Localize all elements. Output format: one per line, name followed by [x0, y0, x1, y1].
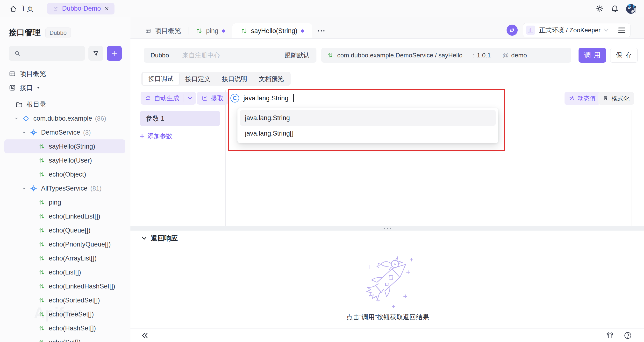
- invoke-button[interactable]: 调用: [578, 48, 606, 63]
- home-icon: [10, 5, 17, 12]
- doc-tab-1[interactable]: 接口定义: [180, 73, 216, 85]
- gear-icon[interactable]: [596, 4, 604, 13]
- tree-item-label: echo(TreeSet[]): [49, 311, 94, 318]
- tree-item-method[interactable]: ping: [4, 195, 125, 209]
- service-version: :1.0.1: [473, 52, 491, 59]
- help-icon[interactable]: [624, 331, 632, 340]
- dropdown-option[interactable]: java.lang.String: [240, 110, 496, 126]
- updown-arrows-icon: [39, 269, 45, 275]
- collapse-double-chevron-icon[interactable]: [141, 332, 149, 339]
- registry-mode-select[interactable]: 跟随默认: [284, 51, 310, 60]
- tree-item-method[interactable]: echo(HashSet[]): [4, 321, 125, 335]
- avatar[interactable]: [626, 3, 637, 14]
- sidebar-nav: 项目概览 接口: [0, 67, 130, 95]
- bell-icon[interactable]: [611, 4, 619, 13]
- env-label: 正式环境 / ZooKeeper: [539, 26, 600, 34]
- tree-item-method[interactable]: echo(Set[]): [4, 335, 125, 342]
- tree-item-package[interactable]: com.dubbo.example(86): [4, 111, 125, 125]
- overview-grid-icon: [145, 28, 151, 34]
- tree-item-method[interactable]: echo(SortedSet[]): [4, 293, 125, 307]
- tree-item-service[interactable]: AllTypesService(81): [4, 181, 125, 195]
- chevron-down-icon[interactable]: [22, 186, 26, 191]
- caret-down-icon[interactable]: [37, 87, 40, 89]
- external-link-icon: [52, 5, 59, 12]
- tree-item-service[interactable]: DemoService(3): [4, 125, 125, 139]
- pane-resize-handle[interactable]: [130, 226, 644, 231]
- tree-item-method[interactable]: echo(Object): [4, 168, 125, 181]
- overview-label: 项目概览: [20, 69, 46, 78]
- registry-input[interactable]: 来自注册中心: [182, 51, 284, 60]
- link-icon[interactable]: [274, 75, 282, 83]
- chevron-down-icon[interactable]: [14, 116, 19, 121]
- tab-ping[interactable]: ping: [188, 23, 232, 38]
- extract-button[interactable]: 提取: [197, 92, 228, 105]
- hamburger-menu-button[interactable]: [613, 27, 630, 33]
- doc-tab-0[interactable]: 接口调试: [142, 73, 180, 85]
- updown-arrows-icon: [39, 297, 45, 303]
- home-button[interactable]: 主页: [10, 4, 33, 13]
- add-param-label: 添加参数: [147, 132, 172, 140]
- project-tab[interactable]: Dubbo-Demo: [47, 3, 114, 14]
- search-input[interactable]: [9, 46, 85, 61]
- format-button[interactable]: 格式化: [598, 92, 634, 105]
- environment-selector[interactable]: 正 正式环境 / ZooKeeper: [523, 23, 630, 37]
- tree-item-method[interactable]: echo(TreeSet[]): [4, 307, 125, 321]
- chevron-down-icon[interactable]: [184, 97, 196, 100]
- filter-icon: [92, 50, 99, 57]
- tree-item-method[interactable]: echo(ArrayList[]): [4, 251, 125, 265]
- api-icon: [9, 84, 16, 91]
- sidebar-item-api[interactable]: 接口: [0, 81, 130, 95]
- tree-item-count: (81): [90, 185, 102, 192]
- tree-item-method[interactable]: echo(Queue[]): [4, 223, 125, 237]
- tree-item-label: 根目录: [26, 100, 46, 109]
- tree-item-method[interactable]: sayHello(User): [4, 153, 125, 168]
- sidebar-item-overview[interactable]: 项目概览: [0, 67, 130, 81]
- updown-arrows-icon: [39, 241, 45, 247]
- text-cursor: [293, 94, 294, 102]
- param-tab[interactable]: 参数 1: [140, 111, 220, 126]
- service-node-icon: [30, 129, 37, 136]
- save-button[interactable]: 保存: [610, 48, 638, 63]
- tree-item-method[interactable]: echo(List[]): [4, 265, 125, 279]
- format-label: 格式化: [612, 95, 630, 103]
- updown-arrows-icon: [240, 27, 247, 34]
- tree-item-count: (3): [83, 129, 91, 136]
- editor-scrollbar-gutter[interactable]: [631, 110, 632, 227]
- service-path-bar[interactable]: com.dubbo.example.DemoService / sayHello…: [321, 48, 571, 63]
- protocol-select[interactable]: Dubbo: [144, 52, 176, 59]
- doc-tab-2[interactable]: 接口说明: [216, 73, 253, 85]
- tree-item-label: echo(HashSet[]): [49, 325, 96, 332]
- dynamic-value-label: 动态值: [578, 95, 596, 103]
- tree-item-method[interactable]: echo(PriorityQueue[]): [4, 237, 125, 251]
- service-node-icon: [30, 185, 37, 192]
- dropdown-option[interactable]: java.lang.String[]: [240, 126, 496, 141]
- tree-item-folder[interactable]: 根目录: [4, 97, 125, 111]
- add-button[interactable]: [107, 46, 122, 61]
- add-param-button[interactable]: 添加参数: [140, 132, 172, 140]
- auto-generate-button[interactable]: 自动生成: [140, 92, 196, 105]
- tab-sayhello-string-[interactable]: sayHello(String): [232, 23, 312, 38]
- tree-item-method[interactable]: echo(LinkedList[]): [4, 209, 125, 223]
- type-suggestion-dropdown: java.lang.Stringjava.lang.String[]: [238, 108, 498, 143]
- param-value-input[interactable]: C java.lang.String: [230, 94, 294, 103]
- tree-item-label: echo(PriorityQueue[]): [49, 241, 111, 248]
- chevron-down-icon[interactable]: [22, 130, 26, 135]
- tshirt-icon[interactable]: [606, 331, 614, 340]
- tab--[interactable]: 项目概览: [138, 23, 188, 38]
- close-icon[interactable]: [104, 6, 109, 11]
- sync-icon: [509, 27, 515, 33]
- more-tabs-button[interactable]: [312, 23, 330, 38]
- sync-button[interactable]: [506, 25, 518, 36]
- tree-item-method[interactable]: sayHello(String): [4, 139, 125, 153]
- extract-label: 提取: [211, 94, 224, 103]
- service-path: com.dubbo.example.DemoService / sayHello: [337, 52, 462, 59]
- response-section-header[interactable]: 返回响应: [142, 234, 178, 243]
- sidebar-search-row: [9, 46, 122, 61]
- folder-icon: [16, 101, 23, 108]
- filter-button[interactable]: [88, 46, 104, 61]
- top-bar: 主页 Dubbo-Demo: [0, 0, 644, 17]
- sidebar: Apifox 接口管理 Dubbo 项目概览 接口: [0, 17, 131, 342]
- tree-item-method[interactable]: echo(LinkedHashSet[]): [4, 279, 125, 293]
- dynamic-value-button[interactable]: 动态值: [564, 92, 600, 105]
- doc-tab-3[interactable]: 文档预览: [253, 73, 290, 85]
